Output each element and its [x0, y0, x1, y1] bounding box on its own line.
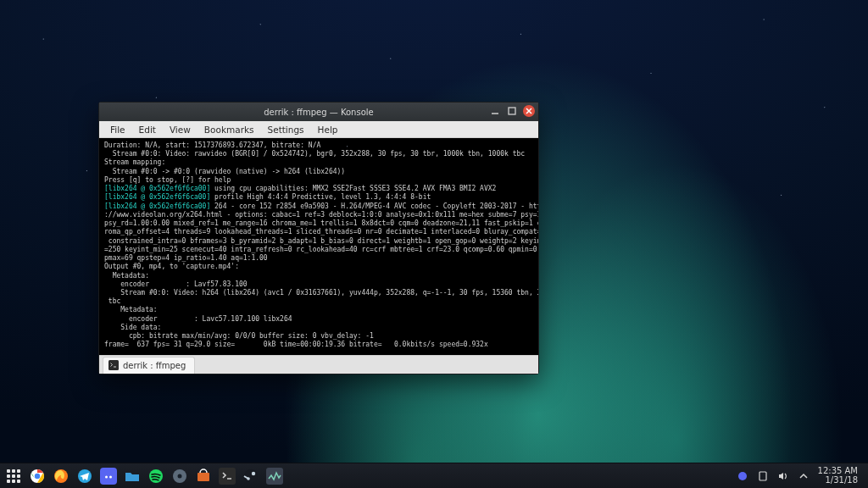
terminal-icon[interactable] [219, 468, 236, 485]
bottom-panel: 12:35 AM 1/31/18 [0, 463, 868, 488]
menu-settings[interactable]: Settings [262, 123, 310, 136]
term-line: constrained_intra=0 bframes=3 b_pyramid=… [104, 237, 538, 245]
volume-icon[interactable] [777, 470, 789, 482]
clipboard-tray-icon[interactable] [757, 470, 769, 482]
menu-file[interactable]: File [104, 123, 131, 136]
menu-bookmarks[interactable]: Bookmarks [198, 123, 260, 136]
term-line: Side data: [104, 324, 161, 331]
svg-rect-13 [219, 468, 236, 485]
svg-rect-19 [760, 472, 766, 480]
term-line: encoder : Lavc57.107.100 libx264 [104, 315, 292, 323]
svg-point-8 [109, 475, 112, 478]
svg-rect-0 [509, 108, 515, 114]
sysmon-icon[interactable] [266, 468, 283, 485]
chevron-up-icon[interactable] [798, 470, 810, 482]
minimize-button[interactable] [489, 105, 501, 117]
term-line: Stream mapping: [104, 158, 165, 166]
term-line: Metadata: [104, 272, 149, 280]
desktop-wallpaper: derrik : ffmpeg — Konsole File Edit View… [0, 0, 868, 488]
steam-icon[interactable] [242, 468, 259, 485]
telegram-icon[interactable] [76, 468, 93, 485]
svg-rect-12 [198, 473, 209, 481]
term-line: pmax=69 qpstep=4 ip_ratio=1.40 aq=1:1.00 [104, 254, 268, 262]
clock-date: 1/31/18 [818, 476, 858, 485]
taskbar-pinned-apps [29, 468, 283, 485]
discord-icon[interactable] [100, 468, 117, 485]
term-line: cpb: bitrate max/min/avg: 0/0/0 buffer s… [104, 332, 374, 340]
term-tag: [libx264 @ 0x562ef6f6ca00] [104, 185, 210, 192]
svg-point-11 [178, 474, 182, 478]
menu-help[interactable]: Help [312, 123, 344, 136]
svg-rect-1 [108, 360, 119, 370]
store-icon[interactable] [195, 468, 212, 485]
term-tag: [libx264 @ 0x562ef6f6ca00] [104, 202, 210, 210]
svg-point-18 [738, 472, 747, 480]
svg-point-14 [244, 469, 258, 483]
svg-point-15 [252, 471, 255, 474]
svg-rect-6 [100, 468, 117, 485]
term-line: tbc [104, 297, 120, 305]
term-line: encoder : Lavf57.83.100 [104, 280, 248, 288]
settings-icon[interactable] [171, 468, 188, 485]
spotify-icon[interactable] [147, 468, 164, 485]
maximize-button[interactable] [506, 105, 518, 117]
svg-point-3 [35, 473, 40, 478]
menu-view[interactable]: View [164, 123, 197, 136]
clock-time: 12:35 AM [818, 467, 858, 476]
term-line: roma_qp_offset=4 threads=9 lookahead_thr… [104, 228, 538, 236]
term-line: profile High 4:4:4 Predictive, level 1.3… [210, 193, 431, 201]
term-line: psy_rd=1.00:0.00 mixed_ref=1 me_range=16… [104, 219, 538, 227]
firefox-icon[interactable] [53, 468, 70, 485]
term-line: Stream #0:0 -> #0:0 (rawvideo (native) -… [104, 168, 345, 175]
files-icon[interactable] [124, 468, 141, 485]
term-line: 264 - core 152 r2854 e9a5903 - H.264/MPE… [210, 202, 538, 210]
term-line: Duration: N/A, start: 1517376893.672347,… [104, 141, 320, 149]
konsole-window[interactable]: derrik : ffmpeg — Konsole File Edit View… [98, 102, 539, 374]
term-line: =250 keyint_min=25 scenecut=40 intra_ref… [104, 246, 538, 253]
menubar: File Edit View Bookmarks Settings Help [99, 121, 538, 138]
tab-label: derrik : ffmpeg [123, 361, 186, 370]
terminal-viewport[interactable]: Duration: N/A, start: 1517376893.672347,… [99, 138, 538, 355]
terminal-tab[interactable]: derrik : ffmpeg [103, 357, 195, 374]
tab-bar: derrik : ffmpeg [99, 355, 538, 374]
term-line: ://www.videolan.org/x264.html - options:… [104, 211, 538, 219]
term-line: Metadata: [104, 306, 158, 313]
discord-tray-icon[interactable] [737, 470, 748, 482]
window-titlebar[interactable]: derrik : ffmpeg — Konsole [99, 103, 538, 121]
close-button[interactable] [523, 105, 535, 117]
terminal-icon [108, 360, 119, 370]
term-line: using cpu capabilities: MMX2 SSE2Fast SS… [210, 185, 496, 192]
window-title: derrik : ffmpeg — Konsole [264, 108, 373, 117]
system-tray: 12:35 AM 1/31/18 [737, 467, 858, 485]
term-line: Output #0, mp4, to 'capture.mp4': [104, 263, 239, 270]
term-line: Stream #0:0: Video: h264 (libx264) (avc1… [104, 289, 538, 297]
chrome-icon[interactable] [29, 468, 46, 485]
svg-point-7 [105, 475, 108, 478]
term-line: frame= 637 fps= 31 q=29.0 size= 0kB time… [104, 341, 488, 348]
term-tag: [libx264 @ 0x562ef6f6ca00] [104, 193, 210, 201]
menu-edit[interactable]: Edit [133, 123, 162, 136]
term-line: Press [q] to stop, [?] for help [104, 176, 231, 184]
app-launcher[interactable] [5, 468, 22, 485]
term-line: Stream #0:0: Video: rawvideo (BGR[0] / 0… [104, 150, 525, 158]
clock[interactable]: 12:35 AM 1/31/18 [818, 467, 858, 485]
